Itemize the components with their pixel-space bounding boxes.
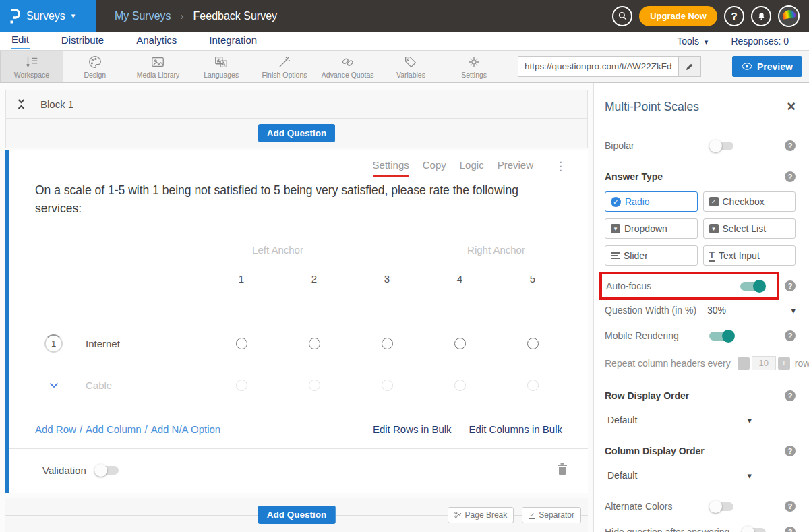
nav-right: Tools ▾ Responses: 0 bbox=[677, 36, 798, 47]
help-icon[interactable]: ? bbox=[785, 280, 796, 291]
help-icon[interactable]: ? bbox=[785, 330, 796, 341]
survey-url-input[interactable] bbox=[518, 56, 678, 77]
bipolar-toggle[interactable] bbox=[709, 142, 733, 150]
help-icon[interactable]: ? bbox=[785, 390, 796, 401]
auto-focus-toggle[interactable] bbox=[740, 282, 765, 291]
tab-distribute[interactable]: Distribute bbox=[61, 33, 104, 49]
question-tab-settings[interactable]: Settings bbox=[373, 159, 409, 177]
avatar[interactable] bbox=[778, 5, 800, 27]
edit-url-button[interactable] bbox=[678, 56, 701, 77]
more-options-icon[interactable]: ⋮ bbox=[555, 159, 566, 173]
help-icon[interactable]: ? bbox=[785, 446, 796, 456]
tab-edit[interactable]: Edit bbox=[11, 32, 30, 49]
help-button[interactable]: ? bbox=[724, 6, 744, 26]
answer-type-radio[interactable]: ✓ Radio bbox=[605, 191, 698, 212]
upgrade-now-button[interactable]: Upgrade Now bbox=[639, 6, 717, 26]
toolbar-item-finish-options[interactable]: Finish Options bbox=[253, 51, 316, 82]
column-header-4[interactable]: 4 bbox=[423, 273, 496, 285]
row-number-badge[interactable]: 1 bbox=[44, 334, 63, 353]
question-footer: Add Question Page Break ✓ Separator bbox=[5, 498, 588, 532]
close-icon[interactable]: × bbox=[787, 99, 796, 114]
edit-rows-bulk-link[interactable]: Edit Rows in Bulk bbox=[373, 423, 452, 435]
column-header-1[interactable]: 1 bbox=[205, 273, 278, 285]
hide-question-row: Hide question after answering ? bbox=[605, 527, 796, 532]
preview-button[interactable]: Preview bbox=[732, 56, 802, 77]
delete-question-button[interactable] bbox=[557, 463, 568, 478]
toolbar-item-label: Advance Quotas bbox=[322, 71, 374, 79]
column-display-order-select[interactable]: Default ▾ bbox=[605, 470, 752, 481]
radio-button[interactable] bbox=[236, 380, 247, 391]
right-anchor-input[interactable]: Right Anchor bbox=[423, 244, 569, 256]
caret-down-icon[interactable]: ▾ bbox=[791, 305, 796, 316]
breadcrumb-my-surveys[interactable]: My Surveys bbox=[115, 10, 171, 22]
column-header-5[interactable]: 5 bbox=[496, 273, 569, 285]
validation-toggle[interactable] bbox=[94, 466, 119, 475]
toolbar-item-settings[interactable]: Settings bbox=[442, 51, 506, 82]
radio-button[interactable] bbox=[382, 380, 393, 391]
row-label-internet[interactable]: Internet bbox=[86, 338, 120, 349]
column-header-2[interactable]: 2 bbox=[278, 273, 351, 285]
answer-type-checkbox[interactable]: ✓ Checkbox bbox=[703, 191, 796, 212]
help-icon[interactable]: ? bbox=[785, 501, 796, 512]
question-tab-preview[interactable]: Preview bbox=[498, 159, 533, 175]
answer-type-label: Select List bbox=[723, 223, 767, 234]
question-text[interactable]: On a scale of 1-5 with 1 being not satis… bbox=[35, 181, 554, 218]
help-icon[interactable]: ? bbox=[785, 171, 796, 182]
search-button[interactable] bbox=[612, 6, 632, 26]
add-row-link[interactable]: Add Row bbox=[35, 423, 76, 435]
toolbar-item-design[interactable]: Design bbox=[63, 51, 127, 82]
repeat-headers-value[interactable] bbox=[752, 356, 776, 370]
app-menu[interactable]: Surveys ▾ bbox=[0, 0, 96, 32]
answer-type-select-list[interactable]: ▾ Select List bbox=[703, 218, 796, 239]
decrement-button[interactable]: − bbox=[738, 357, 750, 370]
radio-button[interactable] bbox=[527, 338, 539, 349]
row-display-order-select[interactable]: Default ▾ bbox=[605, 415, 752, 425]
radio-button[interactable] bbox=[236, 338, 247, 349]
answer-type-dropdown[interactable]: ▾ Dropdown bbox=[605, 218, 698, 239]
add-column-link[interactable]: Add Column bbox=[86, 423, 142, 435]
question-tab-copy[interactable]: Copy bbox=[423, 159, 446, 175]
hide-question-toggle[interactable] bbox=[742, 528, 766, 532]
answer-type-text-input[interactable]: T Text Input bbox=[703, 245, 796, 266]
radio-button[interactable] bbox=[309, 338, 320, 349]
page-break-button[interactable]: Page Break bbox=[448, 507, 514, 523]
answer-type-grid: ✓ Radio ✓ Checkbox ▾ Dropdown ▾ Select L… bbox=[605, 191, 796, 266]
row-expand-control[interactable] bbox=[44, 382, 63, 388]
radio-button[interactable] bbox=[454, 380, 466, 391]
radio-button[interactable] bbox=[454, 338, 466, 349]
help-icon[interactable]: ? bbox=[785, 140, 796, 151]
radio-button[interactable] bbox=[382, 338, 393, 349]
left-anchor-input[interactable]: Left Anchor bbox=[205, 244, 351, 256]
tools-dropdown[interactable]: Tools ▾ bbox=[677, 36, 708, 47]
add-question-button-bottom[interactable]: Add Question bbox=[258, 506, 336, 524]
matrix-grid: Left Anchor Right Anchor 1 2 3 4 5 1 Int… bbox=[35, 244, 576, 391]
add-na-option-link[interactable]: Add N/A Option bbox=[151, 423, 220, 435]
toolbar-item-media-library[interactable]: Media Library bbox=[127, 51, 190, 82]
block-title[interactable]: Block 1 bbox=[40, 98, 73, 110]
row-label-cable[interactable]: Cable bbox=[86, 380, 112, 391]
toolbar-item-workspace[interactable]: Workspace bbox=[0, 51, 63, 82]
toolbar-item-advance-quotas[interactable]: Advance Quotas bbox=[316, 51, 380, 82]
tab-integration[interactable]: Integration bbox=[208, 33, 258, 49]
responses-count[interactable]: Responses: 0 bbox=[731, 36, 789, 47]
alternate-colors-toggle[interactable] bbox=[709, 502, 733, 511]
separator-button[interactable]: ✓ Separator bbox=[522, 507, 581, 523]
radio-button[interactable] bbox=[309, 380, 320, 391]
question-width-value[interactable]: 30% bbox=[707, 305, 791, 316]
increment-button[interactable]: + bbox=[778, 357, 790, 370]
collapse-block-icon[interactable] bbox=[17, 98, 26, 110]
answer-type-slider[interactable]: Slider bbox=[605, 245, 698, 266]
radio-button[interactable] bbox=[527, 380, 539, 391]
edit-columns-bulk-link[interactable]: Edit Columns in Bulk bbox=[469, 423, 562, 435]
alternate-colors-row: Alternate Colors ? bbox=[605, 501, 796, 512]
help-icon[interactable]: ? bbox=[785, 527, 796, 532]
mobile-rendering-row: Mobile Rendering ? bbox=[605, 330, 796, 341]
column-header-3[interactable]: 3 bbox=[351, 273, 423, 285]
mobile-rendering-toggle[interactable] bbox=[709, 332, 733, 341]
add-question-button-top[interactable]: Add Question bbox=[258, 124, 336, 142]
question-tab-logic[interactable]: Logic bbox=[460, 159, 484, 175]
toolbar-item-languages[interactable]: Languages bbox=[189, 51, 253, 82]
toolbar-item-variables[interactable]: Variables bbox=[380, 51, 443, 82]
tab-analytics[interactable]: Analytics bbox=[136, 33, 177, 49]
notifications-button[interactable] bbox=[751, 6, 771, 26]
